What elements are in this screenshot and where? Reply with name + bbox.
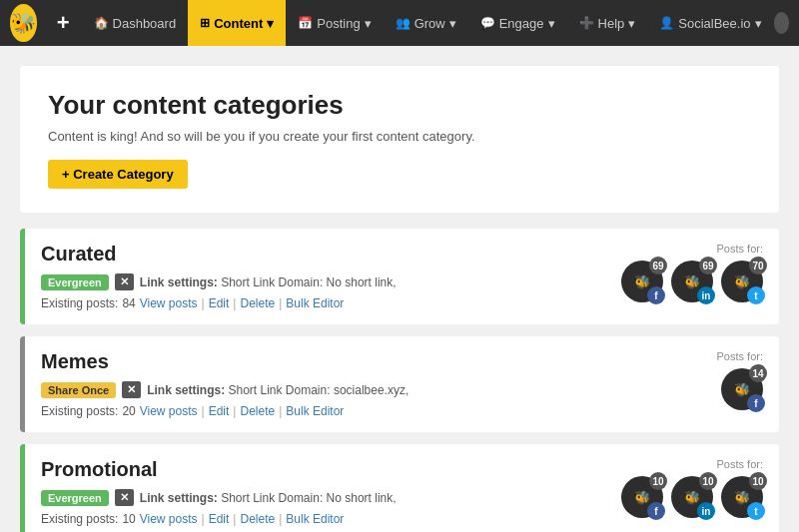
nav-content-label: Content [214, 16, 263, 31]
grow-chevron: ▾ [449, 16, 456, 31]
avatar-count-tw-curated: 70 [749, 257, 767, 274]
grow-icon: 👥 [396, 16, 410, 30]
badge-shareonce-memes: Share Once [41, 382, 116, 398]
nav-engage-label: Engage [499, 16, 544, 31]
avatar-count-li-curated: 69 [699, 257, 717, 274]
sep4: | [202, 404, 205, 418]
sep5: | [233, 404, 236, 418]
socialbee-chevron: ▾ [755, 16, 762, 31]
social-tw-icon: t [747, 286, 765, 304]
category-left-curated: Curated Evergreen ✕ Link settings: Short… [41, 243, 621, 310]
edit-link-memes[interactable]: Edit [209, 404, 230, 418]
bee-avatar-icon-promo-tw: 🐝 [734, 490, 750, 505]
bulk-editor-link-promotional[interactable]: Bulk Editor [286, 512, 344, 526]
avatar-count-tw-promotional: 10 [749, 472, 767, 490]
posting-icon: 📅 [298, 16, 313, 30]
delete-link-curated[interactable]: Delete [240, 296, 275, 310]
bulk-editor-link-curated[interactable]: Bulk Editor [286, 296, 344, 310]
nav-grow-label: Grow [414, 16, 445, 31]
link-settings-label: Link settings: [140, 275, 218, 289]
sep3: | [279, 296, 282, 310]
category-right-curated: Posts for: 🐝 f 69 🐝 in 69 [621, 243, 763, 302]
avatar-fb-promotional: 🐝 f 10 [621, 476, 663, 518]
main-content: Your content categories Content is king!… [0, 46, 799, 532]
nav-help[interactable]: ➕ Help ▾ [567, 0, 648, 46]
bee-icon: 🐝 [11, 11, 36, 35]
view-posts-link-promotional[interactable]: View posts [140, 512, 198, 526]
bulk-editor-link-memes[interactable]: Bulk Editor [286, 404, 344, 418]
category-badges-promotional: Evergreen ✕ Link settings: Short Link Do… [41, 489, 621, 506]
nav-socialbee[interactable]: 👤 SocialBee.io ▾ [647, 0, 773, 46]
existing-posts-label-memes: Existing posts: [41, 404, 118, 418]
bee-avatar-icon-tw: 🐝 [734, 274, 750, 289]
existing-posts-label-curated: Existing posts: [41, 296, 118, 310]
social-li-icon-promotional: in [697, 502, 715, 520]
nav-dashboard-label: Dashboard [113, 16, 177, 31]
category-meta-promotional: Existing posts: 10 View posts | Edit | D… [41, 512, 621, 526]
help-icon: ➕ [579, 16, 594, 30]
category-right-memes: Posts for: 🐝 f 14 [633, 350, 763, 410]
page-subtitle: Content is king! And so will be you if y… [48, 129, 751, 144]
link-settings-detail-memes: Short Link Domain: socialbee.xyz, [229, 383, 409, 397]
avatar-tw-promotional: 🐝 t 10 [721, 476, 763, 518]
existing-posts-label-promotional: Existing posts: [41, 512, 118, 526]
posts-for-label-memes: Posts for: [717, 350, 763, 362]
category-card-memes: Memes Share Once ✕ Link settings: Short … [20, 336, 779, 432]
social-fb-icon: f [647, 286, 665, 304]
content-chevron: ▾ [267, 16, 274, 31]
link-settings-promotional: Link settings: Short Link Domain: No sho… [140, 491, 397, 505]
existing-posts-count-memes: 20 [122, 404, 135, 418]
category-name-promotional: Promotional [41, 458, 621, 481]
sep2: | [233, 296, 236, 310]
bee-avatar-icon-li: 🐝 [684, 274, 700, 289]
category-card-promotional: Promotional Evergreen ✕ Link settings: S… [20, 444, 779, 532]
view-posts-link-curated[interactable]: View posts [140, 296, 198, 310]
nav-posting[interactable]: 📅 Posting ▾ [286, 0, 383, 46]
social-fb-icon-promotional: f [647, 502, 665, 520]
edit-link-curated[interactable]: Edit [209, 296, 230, 310]
sep9: | [279, 512, 282, 526]
badge-x-curated[interactable]: ✕ [115, 273, 134, 290]
avatar-tw-curated: 🐝 t 70 [721, 261, 763, 302]
nav-engage[interactable]: 💬 Engage ▾ [468, 0, 567, 46]
nav-grow[interactable]: 👥 Grow ▾ [384, 0, 468, 46]
engage-icon: 💬 [480, 16, 495, 30]
delete-link-promotional[interactable]: Delete [240, 512, 275, 526]
user-avatar[interactable] [774, 12, 789, 34]
avatar-li-curated: 🐝 in 69 [671, 261, 713, 302]
help-chevron: ▾ [628, 16, 635, 31]
category-badges-curated: Evergreen ✕ Link settings: Short Link Do… [41, 273, 621, 290]
badge-evergreen-curated: Evergreen [41, 274, 109, 290]
engage-chevron: ▾ [548, 16, 555, 31]
posts-for-label-promotional: Posts for: [717, 458, 763, 470]
category-left-memes: Memes Share Once ✕ Link settings: Short … [41, 350, 633, 418]
nav-content[interactable]: ⊞ Content ▾ [188, 0, 286, 46]
nav-help-label: Help [598, 16, 625, 31]
create-category-button[interactable]: + Create Category [48, 160, 188, 189]
social-fb-icon-memes: f [747, 394, 765, 412]
bee-avatar-icon-promo-li: 🐝 [684, 490, 700, 505]
nav-socialbee-label: SocialBee.io [678, 16, 750, 31]
avatar-cluster-promotional: 🐝 f 10 🐝 in 10 🐝 t 10 [621, 476, 763, 518]
category-name-memes: Memes [41, 350, 633, 373]
link-settings-detail-promotional: Short Link Domain: No short link, [221, 491, 396, 505]
category-name-curated: Curated [41, 243, 621, 266]
sep8: | [233, 512, 236, 526]
page-title: Your content categories [48, 90, 751, 121]
avatar-count-li-promotional: 10 [699, 472, 717, 490]
add-button[interactable]: + [57, 10, 70, 36]
avatar-count-fb-memes: 14 [749, 364, 767, 382]
sep7: | [202, 512, 205, 526]
badge-x-promotional[interactable]: ✕ [115, 489, 134, 506]
edit-link-promotional[interactable]: Edit [209, 512, 230, 526]
user-icon: 👤 [659, 16, 674, 30]
badge-x-memes[interactable]: ✕ [122, 381, 141, 398]
nav-dashboard[interactable]: 🏠 Dashboard [82, 0, 189, 46]
sep1: | [202, 296, 205, 310]
bee-avatar-icon: 🐝 [634, 274, 650, 289]
delete-link-memes[interactable]: Delete [240, 404, 275, 418]
posts-for-label-curated: Posts for: [717, 243, 763, 255]
view-posts-link-memes[interactable]: View posts [140, 404, 198, 418]
avatar-cluster-curated: 🐝 f 69 🐝 in 69 🐝 [621, 261, 763, 302]
category-meta-curated: Existing posts: 84 View posts | Edit | D… [41, 296, 621, 310]
